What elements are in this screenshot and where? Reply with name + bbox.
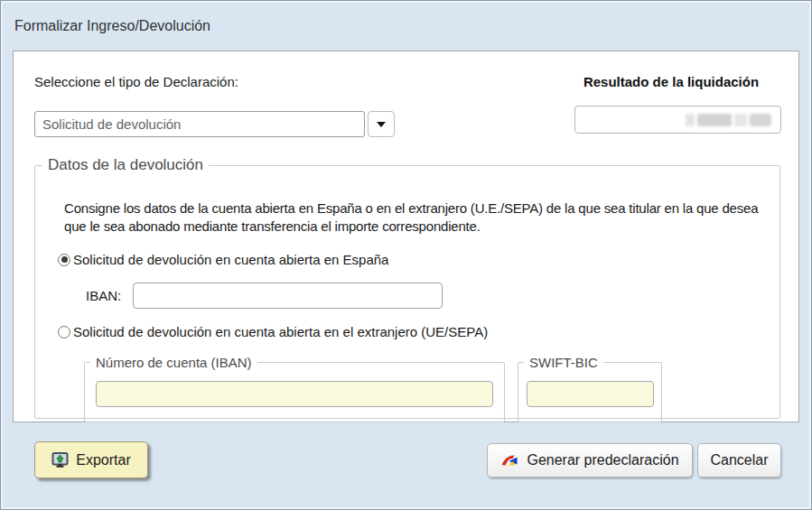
generate-predeclaration-button[interactable]: Generar predeclaración <box>487 443 693 478</box>
swift-input[interactable] <box>527 381 654 407</box>
redacted-value <box>686 114 771 126</box>
devolucion-legend: Datos de la devolución <box>42 156 209 174</box>
swift-fieldset: SWIFT-BIC <box>518 355 662 422</box>
radio-option-spain[interactable]: Solicitud de devolución en cuenta abiert… <box>58 252 388 267</box>
generate-button-label: Generar predeclaración <box>527 452 678 468</box>
foreign-account-fieldset: Número de cuenta (IBAN) <box>84 355 505 422</box>
radio-foreign-button[interactable] <box>58 326 70 338</box>
aeat-logo-icon <box>500 452 519 468</box>
cancel-button[interactable]: Cancelar <box>697 443 781 478</box>
radio-spain-button[interactable] <box>58 254 70 266</box>
declaration-type-select[interactable]: Solicitud de devolución <box>34 111 365 137</box>
result-field[interactable] <box>574 106 781 134</box>
export-button[interactable]: Exportar <box>34 441 148 478</box>
iban-input[interactable] <box>133 283 443 309</box>
radio-spain-label: Solicitud de devolución en cuenta abiert… <box>73 252 388 267</box>
export-screen-green-arrow-icon <box>51 452 69 468</box>
instructions-text: Consigne los datos de la cuenta abierta … <box>64 199 779 236</box>
formalizar-dialog: Formalizar Ingreso/Devolución Seleccione… <box>0 0 812 510</box>
result-label: Resultado de la liquidación <box>563 74 779 89</box>
cancel-button-label: Cancelar <box>710 452 768 468</box>
dialog-title: Formalizar Ingreso/Devolución <box>14 18 210 34</box>
radio-foreign-label: Solicitud de devolución en cuenta abiert… <box>73 324 488 339</box>
devolucion-fieldset: Datos de la devolución Consigne los dato… <box>34 156 780 419</box>
radio-option-foreign[interactable]: Solicitud de devolución en cuenta abiert… <box>58 324 488 339</box>
export-button-label: Exportar <box>76 452 130 468</box>
declaration-type-dropdown-button[interactable] <box>368 111 395 137</box>
foreign-account-legend: Número de cuenta (IBAN) <box>90 355 257 370</box>
iban-label: IBAN: <box>86 288 121 303</box>
swift-legend: SWIFT-BIC <box>524 355 603 370</box>
foreign-iban-input[interactable] <box>96 381 493 407</box>
declaration-type-label: Seleccione el tipo de Declaración: <box>34 74 238 89</box>
chevron-down-icon <box>377 122 386 127</box>
main-panel: Seleccione el tipo de Declaración: Solic… <box>13 51 799 422</box>
